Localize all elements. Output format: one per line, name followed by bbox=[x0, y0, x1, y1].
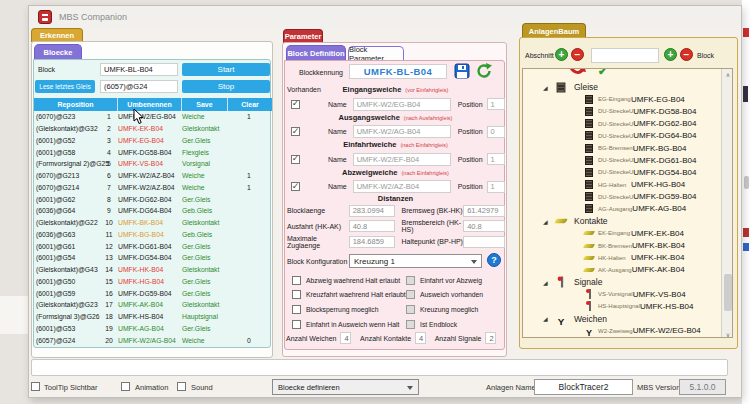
tree-group[interactable]: ◢Kontakte bbox=[523, 215, 721, 227]
vorhanden-checkbox[interactable] bbox=[291, 127, 300, 136]
table-row[interactable]: (6001)@G5916UMFK-DG59-B04Ger.Gleis bbox=[34, 287, 272, 299]
vorhanden-checkbox[interactable] bbox=[291, 100, 300, 109]
column-header-reposition[interactable]: Reposition bbox=[34, 98, 118, 111]
table-row[interactable]: (Formvorsignal 2)@G255UMFK-VS-B04Vorsign… bbox=[34, 158, 272, 170]
expander-icon[interactable]: ◢ bbox=[543, 84, 551, 91]
tab-block-definition[interactable]: Block Definition bbox=[286, 45, 346, 61]
scroll-up-icon[interactable]: ∧ bbox=[722, 69, 733, 79]
tree-item[interactable]: AG-AusgangUMFK-AG-B04 bbox=[523, 203, 721, 215]
tree-item[interactable]: DU-StreckeUUMFK-DG61-B04 bbox=[523, 154, 721, 166]
column-header-clear[interactable]: Clear bbox=[228, 98, 272, 111]
weiche-name-field[interactable]: UMFK-W2/EG-B04 bbox=[353, 98, 451, 111]
tree-item[interactable]: HK-HaltenUMFK-HK-B04 bbox=[523, 252, 721, 264]
tree-item[interactable]: VS-VorsignalUMFK-VS-B04 bbox=[523, 288, 721, 300]
weiche-position-field[interactable]: 0 bbox=[487, 126, 505, 138]
background-scrollbar-thumb[interactable] bbox=[744, 176, 749, 189]
green-check-icon[interactable]: ✔ bbox=[598, 68, 607, 76]
letztes-gleis-field[interactable]: (6057)@G24 bbox=[100, 80, 178, 93]
expander-icon[interactable]: ◢ bbox=[543, 279, 551, 286]
table-row[interactable]: (6070)@G2147UMFK-W2/AZ-B04Weiche1 bbox=[34, 182, 272, 194]
abschnitt-field[interactable] bbox=[591, 48, 659, 63]
vorhanden-checkbox[interactable] bbox=[291, 155, 300, 164]
titlebar[interactable]: MBS Companion bbox=[29, 6, 741, 30]
table-row[interactable]: (Gleiskontakt)@G4314UMFK-HK-B04Gleiskont… bbox=[34, 264, 272, 276]
vorhanden-checkbox[interactable] bbox=[291, 182, 300, 191]
abschnitt-add-button[interactable]: + bbox=[555, 48, 568, 61]
table-row[interactable]: (6001)@G5015UMFK-HG-B04Ger.Gleis bbox=[34, 276, 272, 288]
option-checkbox[interactable] bbox=[406, 305, 415, 314]
tab-erkennen[interactable]: Erkennen bbox=[31, 28, 83, 42]
weiche-name-field[interactable]: UMFK-W2/AG-B04 bbox=[353, 125, 451, 138]
tree-item[interactable]: AK-AusgangUMFK-AK-B04 bbox=[523, 264, 721, 276]
table-row[interactable]: (6001)@G5413UMFK-DG54-B04Ger.Gleis bbox=[34, 252, 272, 264]
block-remove-button[interactable]: − bbox=[680, 48, 693, 61]
tree-item[interactable]: DU-StreckeUUMFK-DG59-B04 bbox=[523, 191, 721, 203]
option-checkbox[interactable] bbox=[406, 320, 415, 329]
anlagen-name-field[interactable]: BlockTracer2 bbox=[534, 379, 633, 395]
distance-field[interactable]: 40.8 bbox=[463, 220, 505, 232]
distance-field[interactable]: 40.8 bbox=[349, 220, 396, 232]
animation-checkbox[interactable] bbox=[121, 382, 130, 391]
option-checkbox[interactable] bbox=[406, 276, 415, 285]
table-row[interactable]: (6001)@G523UMFK-EG-B04Ger.Gleis bbox=[34, 135, 272, 147]
option-checkbox[interactable] bbox=[292, 276, 301, 285]
option-checkbox[interactable] bbox=[292, 320, 301, 329]
expander-icon[interactable]: ◢ bbox=[543, 218, 551, 225]
tree-scrollbar[interactable]: ∧ ∨ bbox=[721, 69, 733, 338]
table-row[interactable]: (6001)@G628UMFK-DG62-B04Ger.Gleis bbox=[34, 193, 272, 205]
block-konfiguration-dropdown[interactable]: Kreuzung 1 bbox=[349, 254, 482, 268]
anzahl-field[interactable]: 4 bbox=[415, 332, 426, 344]
tree-item[interactable]: DU-StreckeUUMFK-DG62-B04 bbox=[523, 118, 721, 130]
red-arrow-icon[interactable] bbox=[568, 68, 586, 82]
table-row[interactable]: (6070)@G2136UMFK-W2/AZ-B04Weiche1 bbox=[34, 170, 272, 182]
refresh-icon[interactable] bbox=[475, 62, 493, 84]
distance-field[interactable]: 283.0994 bbox=[349, 205, 396, 217]
blockkennung-field[interactable]: UMFK-BL-B04 bbox=[349, 64, 447, 79]
option-checkbox[interactable] bbox=[406, 290, 415, 299]
tab-anlagenbaum[interactable]: AnlagenBaum bbox=[522, 23, 586, 38]
tree-item[interactable]: BK-BremsenUMFK-BK-B04 bbox=[523, 239, 721, 251]
weiche-name-field[interactable]: UMFK-W2/EF-B04 bbox=[353, 153, 451, 166]
sound-checkbox[interactable] bbox=[177, 382, 186, 391]
tree-item[interactable]: DU-StreckeUUMFK-DG64-B04 bbox=[523, 130, 721, 142]
table-row[interactable]: (6070)@G231UMFK-W2/EG-B04Weiche1 bbox=[34, 111, 272, 123]
table-row[interactable]: (Gleiskontakt)@G2210UMFK-BK-B04Gleiskont… bbox=[34, 217, 272, 229]
distance-field[interactable]: 184.6859 bbox=[349, 236, 396, 248]
option-checkbox[interactable] bbox=[292, 305, 301, 314]
table-row[interactable]: (6036)@G6311UMFK-BG-B04Geb.Gleis bbox=[34, 229, 272, 241]
table-row[interactable]: (Gleiskontakt)@G2317UMFK-AK-B04Gleiskont… bbox=[34, 299, 272, 311]
anzahl-field[interactable]: 2 bbox=[485, 332, 496, 344]
tab-parameter[interactable]: Parameter bbox=[283, 29, 323, 43]
column-header-save[interactable]: Save bbox=[182, 98, 228, 111]
tab-bloecke[interactable]: Bloecke bbox=[34, 44, 82, 60]
tree-item[interactable]: BG-BremsenUMFK-BG-B04 bbox=[523, 142, 721, 154]
table-row[interactable]: (Formsignal 3)@G2618UMFK-HS-B04Hauptsign… bbox=[34, 311, 272, 323]
table-row[interactable]: (6001)@G584UMFK-DG58-B04Flexgleis bbox=[34, 146, 272, 158]
block-add-button[interactable]: + bbox=[664, 48, 677, 61]
scroll-down-icon[interactable]: ∨ bbox=[722, 329, 733, 338]
weiche-position-field[interactable]: 1 bbox=[487, 153, 505, 165]
abschnitt-remove-button[interactable]: − bbox=[571, 48, 584, 61]
tree-group[interactable]: ◢Weichen bbox=[523, 313, 721, 325]
save-icon[interactable] bbox=[454, 63, 470, 83]
weiche-name-field[interactable]: UMFK-W2/AZ-B04 bbox=[353, 180, 451, 193]
column-header-umbenennen[interactable]: Umbenennen bbox=[118, 98, 182, 111]
table-row[interactable]: (6057)@G2420UMFK-W2/AG-B04Weiche0 bbox=[34, 334, 272, 346]
weiche-position-field[interactable]: 1 bbox=[487, 98, 505, 110]
mode-dropdown[interactable]: Bloecke definieren bbox=[272, 379, 419, 395]
option-checkbox[interactable] bbox=[292, 290, 301, 299]
tree-item[interactable]: HS-HauptsignalUMFK-HS-B04 bbox=[523, 300, 721, 312]
distance-field[interactable]: 61.42979 bbox=[463, 205, 505, 217]
anzahl-field[interactable]: 4 bbox=[340, 332, 351, 344]
stop-button[interactable]: Stop bbox=[182, 80, 270, 93]
start-button[interactable]: Start bbox=[182, 63, 270, 76]
tree-item[interactable]: EK-EingangUMFK-EK-B04 bbox=[523, 227, 721, 239]
tooltip-checkbox[interactable] bbox=[31, 382, 40, 391]
table-row[interactable]: (Gleiskontakt)@G322UMFK-EK-B04Gleiskonta… bbox=[34, 123, 272, 135]
tree-item[interactable]: DU-StreckeUUMFK-DG54-B04 bbox=[523, 166, 721, 178]
help-icon[interactable]: ? bbox=[487, 253, 501, 267]
table-row[interactable]: (6001)@G6112UMFK-DG61-B04Ger.Gleis bbox=[34, 240, 272, 252]
block-field[interactable]: UMFK-BL-B04 bbox=[100, 63, 178, 76]
tree-group[interactable]: ◢Gleise bbox=[523, 81, 721, 93]
scrollbar-thumb[interactable] bbox=[724, 274, 732, 311]
